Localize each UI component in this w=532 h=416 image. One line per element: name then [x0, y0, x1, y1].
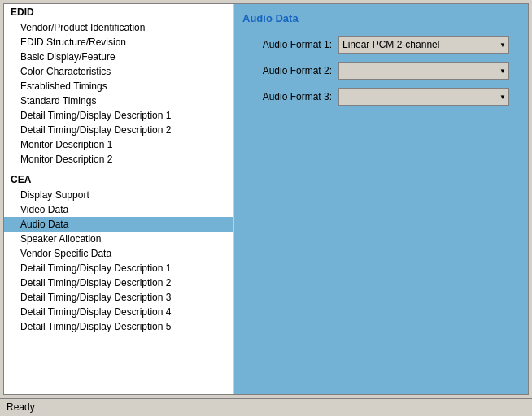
- audio-data-title: Audio Data: [242, 12, 520, 24]
- status-text: Ready: [7, 401, 35, 413]
- right-panel: Audio Data Audio Format 1: Linear PCM 2-…: [234, 4, 528, 394]
- status-bar: Ready: [0, 398, 532, 416]
- sidebar-item-display-support[interactable]: Display Support: [4, 188, 233, 202]
- sidebar-item-cea-detail-1[interactable]: Detail Timing/Display Description 1: [4, 261, 233, 275]
- sidebar-item-cea-detail-3[interactable]: Detail Timing/Display Description 3: [4, 290, 233, 305]
- sidebar-item-vendor-product[interactable]: Vendor/Product Identification: [4, 20, 233, 35]
- sidebar-item-video-data[interactable]: Video Data: [4, 202, 233, 217]
- sidebar-item-cea-detail-4[interactable]: Detail Timing/Display Description 4: [4, 305, 233, 319]
- sidebar-item-detail-timing-1[interactable]: Detail Timing/Display Description 1: [4, 108, 233, 123]
- audio-format-3-row: Audio Format 3:: [242, 88, 520, 106]
- sidebar-item-monitor-desc-1[interactable]: Monitor Description 1: [4, 137, 233, 152]
- audio-format-3-label: Audio Format 3:: [242, 91, 332, 102]
- audio-format-3-select[interactable]: [338, 88, 509, 106]
- sidebar-item-detail-timing-2[interactable]: Detail Timing/Display Description 2: [4, 123, 233, 137]
- sidebar-item-monitor-desc-2[interactable]: Monitor Description 2: [4, 152, 233, 167]
- sidebar-item-color-characteristics[interactable]: Color Characteristics: [4, 64, 233, 79]
- audio-format-1-row: Audio Format 1: Linear PCM 2-channel AC-…: [242, 36, 520, 54]
- audio-format-2-label: Audio Format 2:: [242, 65, 332, 76]
- sidebar-item-vendor-specific[interactable]: Vendor Specific Data: [4, 246, 233, 261]
- sidebar-item-basic-display[interactable]: Basic Display/Feature: [4, 50, 233, 64]
- sidebar-item-speaker-allocation[interactable]: Speaker Allocation: [4, 232, 233, 246]
- audio-format-3-wrapper: [338, 88, 509, 106]
- sidebar-item-established-timings[interactable]: Established Timings: [4, 79, 233, 93]
- cea-section-header: CEA: [4, 171, 233, 188]
- sidebar-item-cea-detail-5[interactable]: Detail Timing/Display Description 5: [4, 319, 233, 334]
- audio-format-1-select[interactable]: Linear PCM 2-channel AC-3 MPEG1 MP3: [338, 36, 509, 54]
- audio-format-2-select[interactable]: [338, 62, 509, 80]
- audio-format-2-wrapper: [338, 62, 509, 80]
- sidebar-item-edid-structure[interactable]: EDID Structure/Revision: [4, 35, 233, 50]
- sidebar-item-cea-detail-2[interactable]: Detail Timing/Display Description 2: [4, 275, 233, 290]
- audio-format-1-label: Audio Format 1:: [242, 39, 332, 50]
- edid-section-header: EDID: [4, 4, 233, 20]
- sidebar-item-standard-timings[interactable]: Standard Timings: [4, 93, 233, 108]
- audio-format-1-wrapper: Linear PCM 2-channel AC-3 MPEG1 MP3: [338, 36, 509, 54]
- audio-format-2-row: Audio Format 2:: [242, 62, 520, 80]
- left-panel: EDID Vendor/Product Identification EDID …: [4, 4, 234, 394]
- content-area: EDID Vendor/Product Identification EDID …: [3, 3, 529, 395]
- main-container: EDID Vendor/Product Identification EDID …: [0, 0, 532, 416]
- sidebar-item-audio-data[interactable]: Audio Data: [4, 217, 233, 232]
